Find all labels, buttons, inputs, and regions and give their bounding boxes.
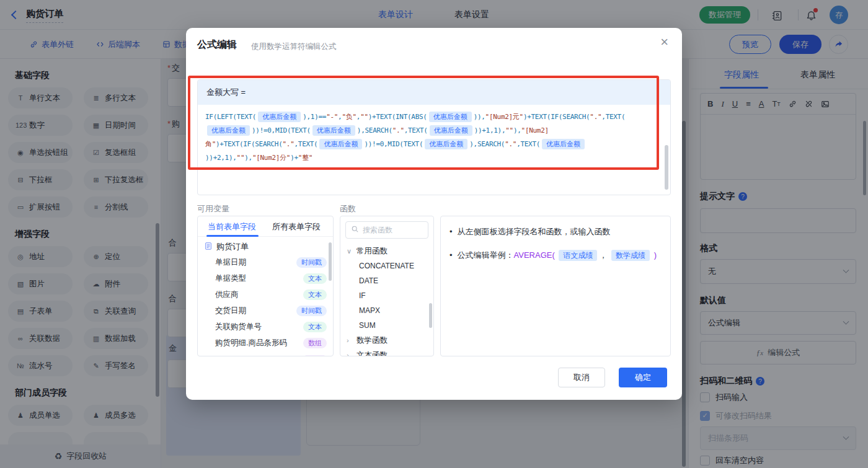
- field-name: 单据日期: [215, 257, 296, 268]
- cancel-button[interactable]: 取消: [558, 368, 605, 387]
- function-item-MAPX[interactable]: MAPX: [340, 303, 433, 318]
- field-type-badge: [303, 355, 327, 356]
- code-token: ),SEARCH(: [357, 126, 392, 135]
- code-token: ,TEXT(: [516, 140, 540, 148]
- field-type-badge: 文本: [303, 273, 327, 284]
- variable-field-item-partial[interactable]: [198, 351, 333, 356]
- function-group-label: 常用函数: [356, 246, 388, 257]
- string-token: "-": [326, 113, 338, 121]
- variables-list: 单据日期时间戳单据类型文本供应商文本交货日期时间戳关联购货单号文本购货明细.商品…: [198, 254, 333, 356]
- modal-subtitle: 使用数学运算符编辑公式: [251, 42, 337, 52]
- field-chip[interactable]: 优惠后金额: [207, 125, 250, 136]
- code-token: ))!=0,MID(TEXT(: [252, 126, 311, 135]
- function-item-DATE[interactable]: DATE: [340, 273, 433, 288]
- code-token: ),: [513, 126, 521, 135]
- functions-tree: ∨常用函数CONCATENATEDATEIFMAPXSUM›数学函数›文本函数: [340, 244, 433, 356]
- function-group-数学函数[interactable]: ›数学函数: [340, 333, 433, 348]
- function-search-input[interactable]: [363, 226, 425, 234]
- field-chip[interactable]: 优惠后金额: [312, 125, 355, 136]
- field-chip[interactable]: 优惠后金额: [319, 139, 362, 149]
- chevron-right-icon: ›: [347, 337, 353, 344]
- variable-field-item[interactable]: 单据日期时间戳: [198, 254, 333, 270]
- search-icon: [351, 224, 359, 236]
- code-token: ),SEARCH(: [469, 140, 505, 148]
- form-root-item[interactable]: 购货订单: [198, 237, 333, 254]
- function-item-SUM[interactable]: SUM: [340, 318, 433, 333]
- form-doc-icon: [204, 242, 213, 252]
- string-token: "[Num2]分": [252, 154, 290, 162]
- formula-edit-modal: 公式编辑 使用数学运算符编辑公式 × 金额大写 = IF(LEFT(TEXT(优…: [186, 28, 682, 400]
- code-token: ))!=0,MID(TEXT(: [364, 140, 423, 148]
- bullet: •: [450, 249, 453, 262]
- code-token: )+TEXT(INT(ABS(: [368, 113, 427, 121]
- field-name: 供应商: [215, 289, 303, 300]
- code-token: )),: [474, 113, 485, 121]
- chevron-down-icon: ∨: [347, 247, 353, 255]
- string-token: "[Num2]: [521, 126, 549, 135]
- function-group-常用函数[interactable]: ∨常用函数: [340, 244, 433, 258]
- tab-all-form-fields[interactable]: 所有表单字段: [272, 221, 321, 232]
- close-icon[interactable]: ×: [660, 35, 668, 49]
- code-token: ),1)==: [303, 113, 326, 121]
- field-name: 单据类型: [215, 273, 303, 284]
- string-token: ".": [283, 140, 294, 148]
- function-search[interactable]: [345, 221, 428, 239]
- tip-example: • 公式编辑举例：AVERAGE( 语文成绩， 数学成绩 ): [450, 249, 662, 262]
- field-chip[interactable]: 优惠后金额: [425, 139, 467, 149]
- formula-line: ))+2,1),""),"[Num2]分")+"整": [205, 151, 663, 165]
- example-field-chip: 语文成绩: [559, 250, 597, 261]
- field-chip[interactable]: 优惠后金额: [258, 112, 301, 122]
- variables-tabs: 当前表单字段 所有表单字段: [198, 216, 333, 237]
- tip-item: • 从左侧面板选择字段名和函数，或输入函数: [450, 226, 662, 238]
- field-type-badge: 时间戳: [296, 257, 327, 268]
- active-tab-underline: [206, 235, 259, 237]
- variables-scrollbar[interactable]: [329, 242, 332, 281]
- code-token: ),: [244, 154, 252, 162]
- function-group-label: 文本函数: [356, 350, 388, 357]
- function-item-IF[interactable]: IF: [340, 288, 433, 303]
- code-token: ))+2,1),: [205, 154, 237, 162]
- string-token: "": [360, 113, 368, 121]
- variables-label: 可用变量: [197, 203, 229, 214]
- tab-current-form-fields[interactable]: 当前表单字段: [208, 221, 256, 232]
- variable-field-item[interactable]: 购货明细.商品条形码数组: [198, 335, 333, 351]
- code-token: ,TEXT(: [404, 126, 428, 135]
- functions-scrollbar[interactable]: [429, 303, 432, 328]
- formula-code[interactable]: IF(LEFT(TEXT(优惠后金额),1)=="-","负","")+TEXT…: [198, 105, 670, 165]
- code-token: )+: [290, 154, 298, 162]
- string-token: "": [237, 154, 245, 162]
- function-group-label: 数学函数: [356, 335, 388, 346]
- field-chip[interactable]: 优惠后金额: [430, 125, 472, 136]
- field-chip[interactable]: 优惠后金额: [429, 112, 472, 122]
- variable-field-item[interactable]: 供应商文本: [198, 286, 333, 302]
- editor-scrollbar[interactable]: [665, 145, 668, 190]
- formula-editor[interactable]: 金额大写 = IF(LEFT(TEXT(优惠后金额),1)=="-","负","…: [197, 79, 671, 195]
- variable-field-item[interactable]: 单据类型文本: [198, 270, 333, 286]
- code-token: ,TEXT(: [294, 140, 317, 148]
- code-token: )+TEXT(IF(SEARCH(: [523, 113, 590, 121]
- string-token: "整": [298, 154, 312, 162]
- confirm-button[interactable]: 确定: [619, 368, 667, 387]
- function-group-文本函数[interactable]: ›文本函数: [340, 348, 433, 356]
- field-type-badge: 文本: [303, 322, 327, 332]
- functions-panel: ∨常用函数CONCATENATEDATEIFMAPXSUM›数学函数›文本函数: [340, 216, 434, 356]
- chevron-right-icon: ›: [347, 351, 353, 356]
- code-token: ))+1,1),: [474, 126, 506, 135]
- string-token: ".": [590, 113, 601, 121]
- function-item-CONCATENATE[interactable]: CONCATENATE: [340, 258, 433, 273]
- field-name: 购货明细.商品条形码: [215, 338, 303, 348]
- field-type-badge: 时间戳: [296, 306, 327, 316]
- variable-field-item[interactable]: 关联购货单号文本: [198, 319, 333, 335]
- field-type-badge: 数组: [303, 338, 327, 348]
- example-field-chip: 数学成绩: [611, 250, 650, 261]
- field-type-badge: 文本: [303, 289, 327, 300]
- string-token: "": [505, 126, 513, 135]
- field-name: 交货日期: [215, 306, 296, 316]
- variables-panel: 当前表单字段 所有表单字段 购货订单 单据日期时间戳单据类型文本供应商文本交货日…: [197, 216, 334, 356]
- string-token: ".": [505, 140, 516, 148]
- variable-field-item[interactable]: 交货日期时间戳: [198, 302, 333, 319]
- code-token: )+TEXT(IF(SEARCH(: [216, 140, 282, 148]
- string-token: "负": [342, 113, 356, 121]
- field-name: 关联购货单号: [215, 322, 303, 332]
- field-chip[interactable]: 优惠后金额: [542, 139, 585, 149]
